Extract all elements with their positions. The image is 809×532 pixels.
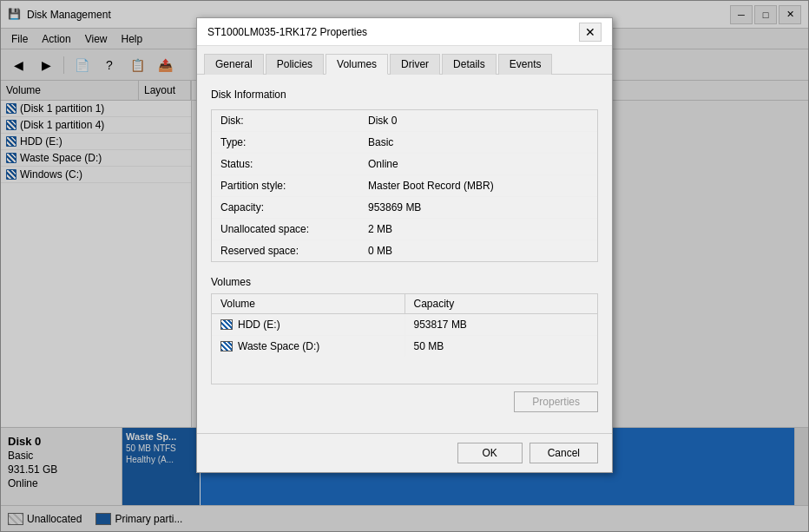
tab-policies[interactable]: Policies (266, 54, 324, 75)
info-label-reserved: Reserved space: (212, 240, 359, 261)
tab-general[interactable]: General (204, 54, 264, 75)
info-row-reserved: Reserved space: 0 MB (212, 240, 597, 261)
tab-driver[interactable]: Driver (390, 54, 440, 75)
dialog-close-button[interactable]: ✕ (579, 23, 602, 42)
dialog-title-bar: ST1000LM035-1RK172 Properties ✕ (197, 18, 612, 46)
tab-details[interactable]: Details (442, 54, 497, 75)
dialog-overlay: ST1000LM035-1RK172 Properties ✕ General … (0, 0, 809, 532)
vol-row-waste[interactable]: Waste Space (D:) 50 MB (212, 336, 597, 357)
info-row-unallocated: Unallocated space: 2 MB (212, 219, 597, 240)
dialog-title: ST1000LM035-1RK172 Properties (207, 26, 579, 38)
vol-waste-label: Waste Space (D:) (238, 340, 319, 352)
cancel-button[interactable]: Cancel (529, 443, 598, 463)
vol-th-volume: Volume (212, 294, 405, 313)
volumes-table: Volume Capacity HDD (E:) 953817 MB (211, 293, 598, 384)
info-label-disk: Disk: (212, 110, 359, 131)
info-row-type: Type: Basic (212, 132, 597, 154)
vol-td-waste-capacity: 50 MB (405, 336, 598, 357)
vol-waste-icon (220, 341, 233, 351)
vol-td-hdd-name: HDD (E:) (212, 314, 405, 335)
tab-events[interactable]: Events (498, 54, 553, 75)
tab-bar: General Policies Volumes Driver Details … (197, 46, 612, 75)
disk-info-table: Disk: Disk 0 Type: Basic Status: Online … (211, 109, 598, 262)
info-label-status: Status: (212, 154, 359, 174)
info-value-disk: Disk 0 (359, 110, 597, 131)
info-value-capacity: 953869 MB (359, 197, 597, 218)
info-label-unallocated: Unallocated space: (212, 219, 359, 240)
dialog-content: Disk Information Disk: Disk 0 Type: Basi… (197, 75, 612, 433)
info-row-capacity: Capacity: 953869 MB (212, 197, 597, 219)
volumes-table-body: HDD (E:) 953817 MB Waste Space (D:) 50 M… (212, 314, 597, 384)
dialog-footer: OK Cancel (197, 433, 612, 472)
volumes-section-title: Volumes (211, 276, 598, 288)
tab-volumes[interactable]: Volumes (326, 54, 388, 75)
volumes-table-header: Volume Capacity (212, 294, 597, 314)
vol-td-waste-name: Waste Space (D:) (212, 336, 405, 357)
vol-hdd-label: HDD (E:) (238, 319, 280, 331)
info-value-type: Basic (359, 132, 597, 153)
info-value-reserved: 0 MB (359, 240, 597, 261)
info-label-capacity: Capacity: (212, 197, 359, 218)
info-row-disk: Disk: Disk 0 (212, 110, 597, 132)
info-label-partition-style: Partition style: (212, 175, 359, 196)
disk-info-title: Disk Information (211, 89, 598, 101)
ok-button[interactable]: OK (457, 443, 523, 463)
vol-row-hdd[interactable]: HDD (E:) 953817 MB (212, 314, 597, 336)
info-value-status: Online (359, 154, 597, 174)
info-row-partition-style: Partition style: Master Boot Record (MBR… (212, 175, 597, 197)
info-value-unallocated: 2 MB (359, 219, 597, 240)
properties-dialog: ST1000LM035-1RK172 Properties ✕ General … (196, 17, 613, 473)
vol-hdd-icon (220, 319, 233, 330)
properties-area: Properties (211, 391, 598, 412)
vol-th-capacity: Capacity (405, 294, 598, 313)
info-row-status: Status: Online (212, 154, 597, 175)
info-label-type: Type: (212, 132, 359, 153)
vol-td-hdd-capacity: 953817 MB (405, 314, 598, 335)
properties-button: Properties (514, 391, 598, 412)
info-value-partition-style: Master Boot Record (MBR) (359, 175, 597, 196)
